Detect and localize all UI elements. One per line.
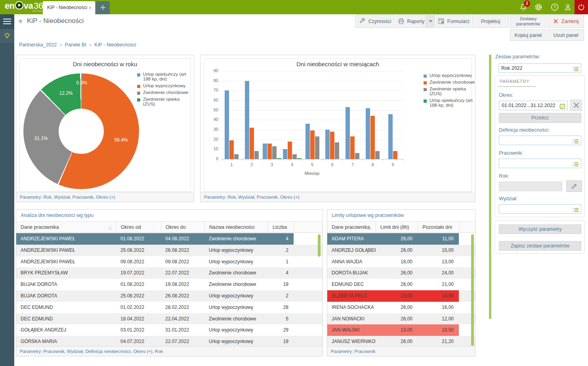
y-tick-label: 50 (207, 107, 218, 112)
table-row[interactable]: ANDRZEJEWSKI PAWEŁ25.08.202226.08.2022Ur… (16, 245, 323, 256)
okres-input[interactable]: 01.01.2022...31.12.2022 (499, 101, 568, 110)
column-header[interactable]: Dane pracownika△ (16, 222, 116, 233)
list-picker-icon[interactable] (573, 138, 579, 147)
table-row[interactable]: DOROTA BUJAK26,0024,00 (327, 267, 475, 279)
przelicz-button[interactable]: Przelicz (499, 113, 581, 123)
calendar-icon[interactable] (559, 103, 565, 112)
wyczysc-parametry-button[interactable]: Wyczyść parametry (499, 224, 581, 234)
bar-panel-footer: Parametry: Rok, Wydział, Pracownik, Okre… (200, 192, 475, 202)
clear-okres-button[interactable] (570, 100, 582, 111)
breadcrumb-item-panele-bi[interactable]: Panele BI (65, 42, 86, 48)
new-tab-button[interactable]: + (96, 1, 110, 14)
list-picker-icon[interactable] (573, 161, 579, 170)
table-row[interactable]: JANUSZ WIERNIKOWS26,0021,20 (327, 336, 475, 346)
legend-item[interactable]: Zwolnienie chorobowe (424, 80, 475, 84)
wydzial-input[interactable] (499, 204, 581, 214)
cell: BUJAK DOROTA (16, 279, 116, 290)
zamknij-button[interactable]: Zamknij (548, 15, 584, 28)
table-row[interactable]: ANNA WAJDA18,0013,00 (327, 256, 475, 268)
scrollbar-thumb[interactable] (471, 234, 474, 346)
raporty-button[interactable]: Raporty (396, 15, 426, 28)
legend-label: Urlop wypoczynkowy (430, 73, 472, 78)
table-row[interactable]: IRENA SOCHACKA26,0016,00 (327, 302, 475, 313)
list-picker-icon[interactable] (573, 66, 579, 75)
table-title: Analiza dni nieobecności wg typu (16, 210, 323, 221)
settings-gear-icon[interactable] (531, 0, 546, 14)
bar (288, 142, 292, 159)
table-row[interactable]: GÓRSKA MARIA04.07.202222.07.2022Urlop wy… (16, 336, 323, 346)
cell: 24,00 (418, 267, 459, 279)
param-set-input[interactable]: Rok 2022 (498, 63, 581, 73)
legend-item[interactable]: Urlop wypoczynkowy (424, 73, 475, 78)
legend-item[interactable]: Zwolnienie opieka (ZUS) (424, 86, 475, 96)
projektuj-button[interactable]: Projektuj (472, 15, 509, 28)
legend-item[interactable]: Zwolnienie chorobowe (137, 90, 193, 95)
favorite-star-icon[interactable]: ★ (17, 17, 23, 25)
czynnosci-button[interactable]: Czynności (355, 15, 395, 28)
table-row[interactable]: ANDRZEJ GOŁĄBEK26,0015,00 (327, 245, 475, 256)
table-row[interactable]: JAN NOWACKI26,0012,00 (327, 313, 475, 325)
breadcrumb-item-root[interactable]: Partnerska_2022 (19, 42, 57, 48)
table-row[interactable]: GOŁĄBEK ANDRZEJ03.01.202231.01.2022Urlop… (16, 324, 323, 336)
tab-kip-nieobecnosci[interactable]: KiP - Nieobecności x (43, 1, 95, 14)
slice-label: 56.4% (115, 137, 128, 143)
enova365-bi-dashboard: { "topbar": { "logo": {"part1":"en","par… (0, 0, 588, 366)
table-row[interactable]: BUJAK DOROTA01.08.202219.08.2022Zwolnien… (16, 279, 323, 290)
group-underline (498, 86, 536, 87)
user-account-icon[interactable] (560, 0, 575, 14)
table-row[interactable]: DEC EDMUND01.02.202228.02.2022Urlop wypo… (16, 302, 323, 313)
table-row[interactable]: BRYK PRZEMYSŁAW19.07.202222.07.2022Zwoln… (16, 267, 323, 279)
x-tick (262, 159, 262, 161)
column-header[interactable]: Nazwa nieobecności (204, 222, 268, 233)
table-row[interactable]: JAN WALSKI13,0018,50 (327, 324, 475, 336)
bar (350, 136, 355, 159)
definicja-input[interactable] (499, 136, 581, 145)
cell: BRYK PRZEMYSŁAW (16, 267, 116, 279)
tab-close-icon[interactable]: x (89, 1, 92, 14)
kopiuj-panel-button[interactable]: Kopiuj panel (510, 29, 546, 41)
slice-label: 0.3% (76, 80, 87, 86)
zestawy-parametrow-button[interactable]: Zestawy parametrów (510, 15, 546, 28)
logout-power-icon[interactable] (575, 0, 588, 14)
table-row[interactable]: ELŻBIETA PELC13,0014,50 (327, 290, 475, 302)
column-header[interactable]: Okres od (116, 222, 161, 233)
donut-chart[interactable]: 0.3%56.4%31.1%12.2% (23, 73, 139, 189)
notifications-bell-icon[interactable]: 2 (516, 0, 531, 14)
cell: 09.08.2022 (161, 256, 204, 268)
legend-item[interactable]: Zwolnienie opieka (ZUS) (137, 97, 193, 106)
legend-item[interactable]: Urlop wypoczynkowy (137, 83, 193, 88)
table-row[interactable]: ADAM PITERA26,0011,00 (327, 233, 475, 245)
cell: 22.04.2022 (161, 313, 204, 325)
cell: 15,00 (418, 245, 459, 256)
table-row[interactable]: EDMUND DEC26,0021,00 (327, 279, 475, 290)
table-row[interactable]: ANDRZEJEWSKI PAWEŁ09.08.202209.08.2022Ur… (16, 256, 323, 268)
column-header[interactable]: Okres do (161, 222, 204, 233)
formularz-button[interactable]: Formularz (436, 15, 471, 28)
table-row[interactable]: ANDRZEJEWSKI PAWEŁ01.08.202204.08.2022Zw… (16, 233, 323, 245)
pracownik-input[interactable] (499, 159, 581, 168)
breadcrumb-item-current[interactable]: KiP - Nieobecności (94, 42, 136, 48)
list-picker-icon[interactable] (573, 207, 579, 215)
raporty-dropdown-button[interactable] (426, 15, 435, 28)
rok-input-disabled (499, 182, 562, 191)
column-header[interactable]: Limit dni (8h) (376, 222, 418, 233)
table-row[interactable]: BUJAK DOROTA25.08.202226.08.2022Urlop wy… (16, 290, 323, 302)
column-header[interactable]: Pozostało dni (8h) (418, 222, 459, 233)
edit-rok-button[interactable] (566, 180, 582, 192)
hamburger-menu-icon[interactable] (0, 14, 14, 29)
definicja-label: Definicja nieobecności: (499, 127, 550, 133)
bar (305, 124, 310, 159)
column-header[interactable]: Liczba dni (268, 222, 294, 233)
logo-text: en (5, 1, 15, 11)
usun-panel-button[interactable]: Usuń panel (548, 29, 584, 41)
lightbulb-tips-icon[interactable] (0, 29, 14, 44)
column-header[interactable]: Dane pracownika△ (327, 222, 376, 233)
scrollbar-thumb[interactable] (318, 234, 321, 257)
table-row[interactable]: DEC EDMUND18.04.202222.04.2022Zwolnienie… (16, 313, 323, 325)
legend-item[interactable]: Urlop opiekuńczy (art 188 kp, dni) (137, 72, 193, 81)
cell: 25.08.2022 (116, 245, 161, 256)
zapisz-zestaw-button[interactable]: Zapisz zestaw parametrów (499, 241, 581, 251)
logo-text2: va (24, 1, 33, 11)
legend-swatch (137, 85, 140, 88)
legend-item[interactable]: Urlop opiekuńczy (art 188 kp, dni) (424, 98, 475, 107)
